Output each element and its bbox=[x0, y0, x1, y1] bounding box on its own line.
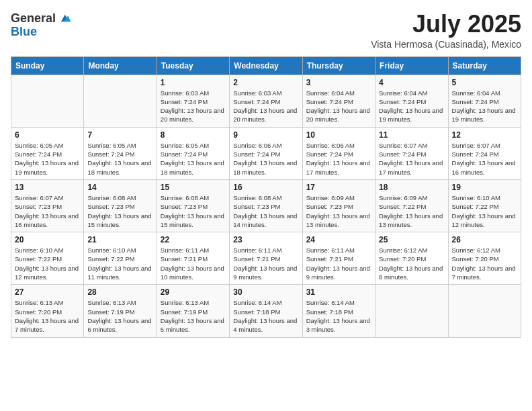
calendar-cell: 31Sunrise: 6:14 AM Sunset: 7:18 PM Dayli… bbox=[302, 285, 375, 337]
calendar-cell: 20Sunrise: 6:10 AM Sunset: 7:22 PM Dayli… bbox=[11, 232, 84, 285]
calendar-cell: 29Sunrise: 6:13 AM Sunset: 7:19 PM Dayli… bbox=[157, 285, 229, 337]
calendar-cell bbox=[375, 285, 448, 337]
day-number: 13 bbox=[15, 183, 80, 192]
day-number: 27 bbox=[15, 287, 80, 297]
calendar-cell: 22Sunrise: 6:11 AM Sunset: 7:21 PM Dayli… bbox=[157, 232, 229, 285]
day-number: 22 bbox=[161, 235, 226, 244]
day-number: 5 bbox=[452, 78, 517, 87]
logo-general: General bbox=[11, 12, 56, 24]
calendar-cell: 25Sunrise: 6:12 AM Sunset: 7:20 PM Dayli… bbox=[375, 232, 448, 285]
day-number: 19 bbox=[452, 183, 517, 192]
calendar-cell: 15Sunrise: 6:08 AM Sunset: 7:23 PM Dayli… bbox=[157, 179, 229, 232]
calendar-cell: 2Sunrise: 6:03 AM Sunset: 7:24 PM Daylig… bbox=[230, 75, 302, 127]
calendar-cell bbox=[448, 285, 521, 337]
calendar-title: July 2025 bbox=[371, 11, 521, 38]
calendar-cell: 16Sunrise: 6:08 AM Sunset: 7:23 PM Dayli… bbox=[230, 179, 302, 232]
day-info: Sunrise: 6:14 AM Sunset: 7:18 PM Dayligh… bbox=[233, 298, 298, 334]
day-header-friday: Friday bbox=[375, 56, 448, 75]
day-number: 25 bbox=[379, 235, 444, 244]
calendar-week-5: 27Sunrise: 6:13 AM Sunset: 7:20 PM Dayli… bbox=[11, 285, 521, 337]
day-info: Sunrise: 6:06 AM Sunset: 7:24 PM Dayligh… bbox=[233, 141, 298, 177]
calendar-cell: 11Sunrise: 6:07 AM Sunset: 7:24 PM Dayli… bbox=[375, 127, 448, 179]
day-header-saturday: Saturday bbox=[448, 56, 521, 75]
day-number: 29 bbox=[161, 287, 226, 297]
calendar-cell: 28Sunrise: 6:13 AM Sunset: 7:19 PM Dayli… bbox=[84, 285, 157, 337]
day-number: 9 bbox=[233, 130, 298, 140]
day-number: 17 bbox=[306, 183, 371, 192]
day-number: 28 bbox=[87, 287, 152, 297]
calendar-table: SundayMondayTuesdayWednesdayThursdayFrid… bbox=[11, 56, 521, 338]
day-number: 15 bbox=[161, 183, 226, 192]
days-of-week-row: SundayMondayTuesdayWednesdayThursdayFrid… bbox=[11, 56, 521, 75]
day-info: Sunrise: 6:12 AM Sunset: 7:20 PM Dayligh… bbox=[379, 246, 444, 281]
day-info: Sunrise: 6:07 AM Sunset: 7:24 PM Dayligh… bbox=[379, 141, 444, 177]
title-block: July 2025 Vista Hermosa (Cuasinada), Mex… bbox=[371, 11, 521, 50]
day-info: Sunrise: 6:08 AM Sunset: 7:23 PM Dayligh… bbox=[161, 193, 226, 229]
day-info: Sunrise: 6:14 AM Sunset: 7:18 PM Dayligh… bbox=[306, 298, 371, 334]
calendar-cell: 19Sunrise: 6:10 AM Sunset: 7:22 PM Dayli… bbox=[448, 179, 521, 232]
calendar-cell: 3Sunrise: 6:04 AM Sunset: 7:24 PM Daylig… bbox=[302, 75, 375, 127]
calendar-cell: 9Sunrise: 6:06 AM Sunset: 7:24 PM Daylig… bbox=[230, 127, 302, 179]
day-number: 24 bbox=[306, 235, 371, 244]
calendar-cell bbox=[11, 75, 84, 127]
day-number: 12 bbox=[452, 130, 517, 140]
day-info: Sunrise: 6:13 AM Sunset: 7:19 PM Dayligh… bbox=[87, 298, 152, 334]
calendar-cell: 10Sunrise: 6:06 AM Sunset: 7:24 PM Dayli… bbox=[302, 127, 375, 179]
day-info: Sunrise: 6:08 AM Sunset: 7:23 PM Dayligh… bbox=[233, 193, 298, 229]
day-info: Sunrise: 6:04 AM Sunset: 7:24 PM Dayligh… bbox=[306, 89, 371, 124]
page-header: General Blue July 2025 Vista Hermosa (Cu… bbox=[11, 11, 521, 50]
calendar-cell bbox=[84, 75, 157, 127]
day-header-tuesday: Tuesday bbox=[157, 56, 229, 75]
calendar-cell: 27Sunrise: 6:13 AM Sunset: 7:20 PM Dayli… bbox=[11, 285, 84, 337]
day-info: Sunrise: 6:12 AM Sunset: 7:20 PM Dayligh… bbox=[452, 246, 517, 281]
day-number: 10 bbox=[306, 130, 371, 140]
day-number: 16 bbox=[233, 183, 298, 192]
calendar-cell: 12Sunrise: 6:07 AM Sunset: 7:24 PM Dayli… bbox=[448, 127, 521, 179]
logo: General Blue bbox=[11, 11, 72, 38]
day-number: 4 bbox=[379, 78, 444, 87]
day-number: 11 bbox=[379, 130, 444, 140]
day-number: 1 bbox=[161, 78, 226, 87]
day-number: 23 bbox=[233, 235, 298, 244]
calendar-week-1: 1Sunrise: 6:03 AM Sunset: 7:24 PM Daylig… bbox=[11, 75, 521, 127]
day-info: Sunrise: 6:10 AM Sunset: 7:22 PM Dayligh… bbox=[452, 193, 517, 229]
calendar-cell: 4Sunrise: 6:04 AM Sunset: 7:24 PM Daylig… bbox=[375, 75, 448, 127]
day-number: 21 bbox=[87, 235, 152, 244]
calendar-cell: 5Sunrise: 6:04 AM Sunset: 7:24 PM Daylig… bbox=[448, 75, 521, 127]
day-number: 20 bbox=[15, 235, 80, 244]
calendar-cell: 21Sunrise: 6:10 AM Sunset: 7:22 PM Dayli… bbox=[84, 232, 157, 285]
day-info: Sunrise: 6:10 AM Sunset: 7:22 PM Dayligh… bbox=[87, 246, 152, 281]
day-info: Sunrise: 6:06 AM Sunset: 7:24 PM Dayligh… bbox=[306, 141, 371, 177]
calendar-cell: 7Sunrise: 6:05 AM Sunset: 7:24 PM Daylig… bbox=[84, 127, 157, 179]
calendar-cell: 14Sunrise: 6:08 AM Sunset: 7:23 PM Dayli… bbox=[84, 179, 157, 232]
calendar-cell: 17Sunrise: 6:09 AM Sunset: 7:23 PM Dayli… bbox=[302, 179, 375, 232]
calendar-cell: 30Sunrise: 6:14 AM Sunset: 7:18 PM Dayli… bbox=[230, 285, 302, 337]
calendar-cell: 13Sunrise: 6:07 AM Sunset: 7:23 PM Dayli… bbox=[11, 179, 84, 232]
day-number: 30 bbox=[233, 287, 298, 297]
calendar-week-2: 6Sunrise: 6:05 AM Sunset: 7:24 PM Daylig… bbox=[11, 127, 521, 179]
calendar-body: 1Sunrise: 6:03 AM Sunset: 7:24 PM Daylig… bbox=[11, 75, 521, 337]
day-number: 31 bbox=[306, 287, 371, 297]
day-info: Sunrise: 6:04 AM Sunset: 7:24 PM Dayligh… bbox=[379, 89, 444, 124]
calendar-cell: 8Sunrise: 6:05 AM Sunset: 7:24 PM Daylig… bbox=[157, 127, 229, 179]
day-info: Sunrise: 6:09 AM Sunset: 7:23 PM Dayligh… bbox=[306, 193, 371, 229]
calendar-cell: 6Sunrise: 6:05 AM Sunset: 7:24 PM Daylig… bbox=[11, 127, 84, 179]
calendar-location: Vista Hermosa (Cuasinada), Mexico bbox=[371, 39, 521, 50]
day-number: 14 bbox=[87, 183, 152, 192]
day-info: Sunrise: 6:09 AM Sunset: 7:22 PM Dayligh… bbox=[379, 193, 444, 229]
logo-bird-icon bbox=[57, 11, 72, 26]
calendar-week-4: 20Sunrise: 6:10 AM Sunset: 7:22 PM Dayli… bbox=[11, 232, 521, 285]
day-number: 6 bbox=[15, 130, 80, 140]
day-info: Sunrise: 6:13 AM Sunset: 7:20 PM Dayligh… bbox=[15, 298, 80, 334]
calendar-week-3: 13Sunrise: 6:07 AM Sunset: 7:23 PM Dayli… bbox=[11, 179, 521, 232]
day-info: Sunrise: 6:07 AM Sunset: 7:24 PM Dayligh… bbox=[452, 141, 517, 177]
day-number: 3 bbox=[306, 78, 371, 87]
day-number: 26 bbox=[452, 235, 517, 244]
day-number: 2 bbox=[233, 78, 298, 87]
day-info: Sunrise: 6:13 AM Sunset: 7:19 PM Dayligh… bbox=[161, 298, 226, 334]
calendar-cell: 23Sunrise: 6:11 AM Sunset: 7:21 PM Dayli… bbox=[230, 232, 302, 285]
day-info: Sunrise: 6:04 AM Sunset: 7:24 PM Dayligh… bbox=[452, 89, 517, 124]
day-number: 8 bbox=[161, 130, 226, 140]
day-number: 18 bbox=[379, 183, 444, 192]
day-info: Sunrise: 6:03 AM Sunset: 7:24 PM Dayligh… bbox=[161, 89, 226, 124]
